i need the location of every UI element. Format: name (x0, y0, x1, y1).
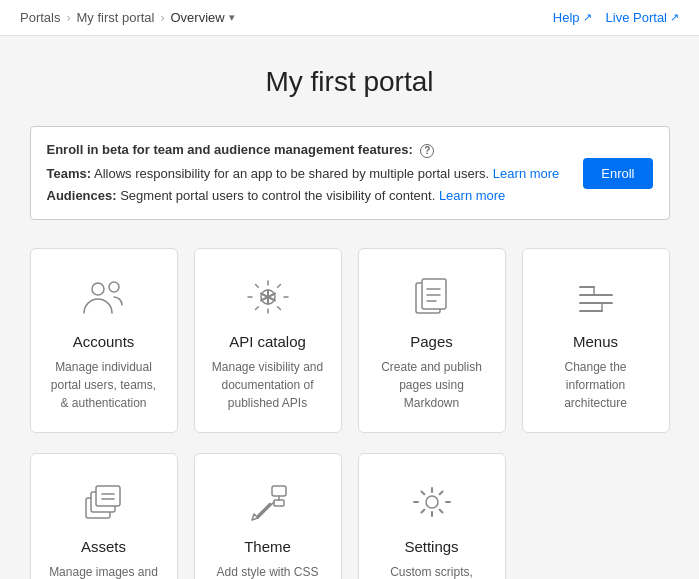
assets-icon (76, 478, 132, 526)
card-settings-title: Settings (404, 538, 458, 555)
card-accounts-desc: Manage individual portal users, teams, &… (47, 358, 161, 412)
card-theme-desc: Add style with CSS rules (211, 563, 325, 579)
card-accounts-title: Accounts (73, 333, 135, 350)
svg-line-24 (258, 504, 270, 516)
card-api-catalog-desc: Manage visibility and documentation of p… (211, 358, 325, 412)
cards-grid-top: Accounts Manage individual portal users,… (30, 248, 670, 433)
beta-audiences-row: Audiences: Segment portal users to contr… (47, 185, 574, 207)
breadcrumb-portals[interactable]: Portals (20, 10, 60, 25)
live-portal-link[interactable]: Live Portal ↗ (606, 10, 679, 25)
card-assets-title: Assets (81, 538, 126, 555)
card-settings-desc: Custom scripts, domain, email settings..… (375, 563, 489, 579)
help-tooltip-icon[interactable]: ? (420, 144, 434, 158)
svg-rect-7 (422, 279, 446, 309)
header-actions: Help ↗ Live Portal ↗ (553, 10, 679, 25)
beta-banner: Enroll in beta for team and audience man… (30, 126, 670, 220)
card-assets[interactable]: Assets Manage images and other assets (30, 453, 178, 579)
svg-point-0 (92, 283, 104, 295)
cards-grid-bottom: Assets Manage images and other assets Th… (30, 453, 670, 579)
live-portal-label: Live Portal (606, 10, 667, 25)
breadcrumb-current: Overview ▾ (170, 10, 234, 25)
teams-label: Teams: (47, 166, 92, 181)
card-api-catalog[interactable]: API catalog Manage visibility and docume… (194, 248, 342, 433)
audiences-label: Audiences: (47, 188, 117, 203)
beta-banner-title: Enroll in beta for team and audience man… (47, 139, 574, 161)
api-catalog-icon (240, 273, 296, 321)
theme-icon (240, 478, 296, 526)
breadcrumb-sep-2: › (160, 11, 164, 25)
svg-rect-19 (96, 486, 120, 506)
audiences-text: Segment portal users to control the visi… (120, 188, 435, 203)
breadcrumb-current-label: Overview (170, 10, 224, 25)
external-link-icon-2: ↗ (670, 11, 679, 24)
svg-point-25 (426, 496, 438, 508)
card-theme-title: Theme (244, 538, 291, 555)
card-theme[interactable]: Theme Add style with CSS rules (194, 453, 342, 579)
beta-teams-row: Teams: Allows responsibility for an app … (47, 163, 574, 185)
svg-rect-23 (274, 500, 284, 506)
enroll-button[interactable]: Enroll (583, 158, 652, 189)
page-title: My first portal (30, 66, 670, 98)
beta-banner-content: Enroll in beta for team and audience man… (47, 139, 574, 207)
card-menus-desc: Change the information architecture (539, 358, 653, 412)
audiences-learn-more[interactable]: Learn more (439, 188, 505, 203)
card-menus[interactable]: Menus Change the information architectur… (522, 248, 670, 433)
card-assets-desc: Manage images and other assets (47, 563, 161, 579)
card-accounts[interactable]: Accounts Manage individual portal users,… (30, 248, 178, 433)
main-content: My first portal Enroll in beta for team … (10, 36, 690, 579)
chevron-down-icon: ▾ (229, 11, 235, 24)
card-pages-desc: Create and publish pages using Markdown (375, 358, 489, 412)
breadcrumb-portal[interactable]: My first portal (76, 10, 154, 25)
external-link-icon: ↗ (583, 11, 592, 24)
svg-point-1 (109, 282, 119, 292)
svg-rect-22 (272, 486, 286, 496)
app-header: Portals › My first portal › Overview ▾ H… (0, 0, 699, 36)
help-label: Help (553, 10, 580, 25)
card-menus-title: Menus (573, 333, 618, 350)
breadcrumb-sep-1: › (66, 11, 70, 25)
accounts-icon (76, 273, 132, 321)
card-api-catalog-title: API catalog (229, 333, 306, 350)
card-pages-title: Pages (410, 333, 453, 350)
teams-text: Allows responsibility for an app to be s… (94, 166, 489, 181)
settings-icon (404, 478, 460, 526)
pages-icon (404, 273, 460, 321)
help-link[interactable]: Help ↗ (553, 10, 592, 25)
menus-icon (568, 273, 624, 321)
card-pages[interactable]: Pages Create and publish pages using Mar… (358, 248, 506, 433)
breadcrumb: Portals › My first portal › Overview ▾ (20, 10, 235, 25)
teams-learn-more[interactable]: Learn more (493, 166, 559, 181)
card-settings[interactable]: Settings Custom scripts, domain, email s… (358, 453, 506, 579)
